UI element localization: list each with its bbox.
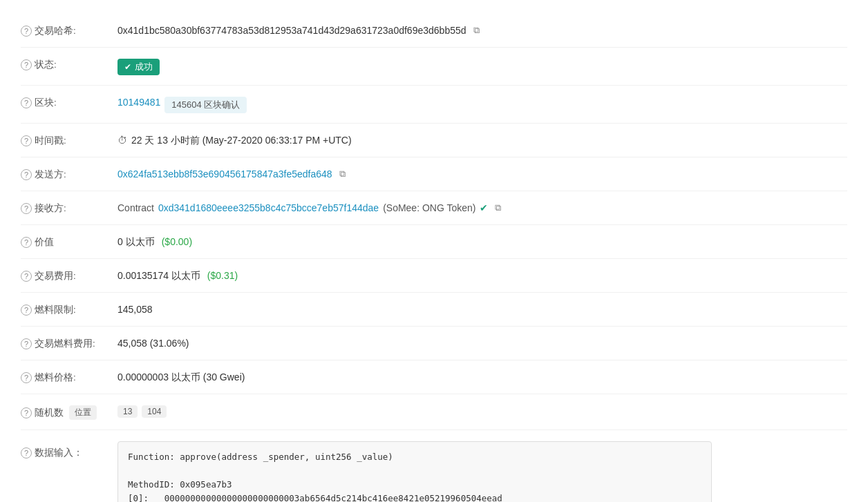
tx-fee-usd: ($0.31)	[207, 270, 238, 281]
gas-limit-help-icon[interactable]: ?	[21, 305, 32, 316]
tx-fee-help-icon[interactable]: ?	[21, 271, 32, 282]
from-value-col: 0x624fa513ebb8f53e690456175847a3fe5edfa6…	[117, 167, 847, 180]
nonce-help-icon[interactable]: ?	[21, 407, 32, 418]
value-amount: 0 以太币	[117, 236, 155, 249]
tx-hash-copy-icon[interactable]: ⧉	[473, 25, 480, 36]
tx-hash-label: ? 交易哈希:	[21, 23, 117, 37]
to-help-icon[interactable]: ?	[21, 203, 32, 214]
gas-price-help-icon[interactable]: ?	[21, 372, 32, 383]
data-input-box: Function: approve(address _spender, uint…	[117, 441, 712, 502]
value-value-col: 0 以太币 ($0.00)	[117, 235, 847, 249]
tx-fee-label: ? 交易费用:	[21, 269, 117, 282]
nonce-value-col: 13 104	[117, 404, 847, 418]
timestamp-label: ? 时间戳:	[21, 133, 117, 147]
status-badge: 成功	[117, 59, 160, 75]
block-row: ? 区块: 10149481 145604 区块确认	[21, 86, 847, 124]
page-container: ? 交易哈希: 0x41d1bc580a30bf63774783a53d8129…	[0, 0, 868, 502]
status-row: ? 状态: 成功	[21, 48, 847, 86]
nonce-position-value: 104	[142, 405, 167, 418]
gas-price-value-col: 0.00000003 以太币 (30 Gwei)	[117, 370, 847, 384]
nonce-position-tag: 位置	[69, 405, 97, 420]
gas-used-row: ? 交易燃料费用: 45,058 (31.06%)	[21, 327, 847, 360]
timestamp-row: ? 时间戳: ⏱ 22 天 13 小时前 (May-27-2020 06:33:…	[21, 124, 847, 157]
value-row: ? 价值 0 以太币 ($0.00)	[21, 225, 847, 259]
to-contract-address-link[interactable]: 0xd341d1680eeee3255b8c4c75bcce7eb57f144d…	[158, 202, 379, 213]
input-data-row: ? 数据输入： Function: approve(address _spend…	[21, 430, 847, 502]
from-label: ? 发送方:	[21, 167, 117, 181]
gas-used-label: ? 交易燃料费用:	[21, 336, 117, 350]
to-prefix: Contract	[117, 202, 154, 213]
tx-hash-value-col: 0x41d1bc580a30bf63774783a53d812953a741d4…	[117, 23, 847, 36]
from-address-link[interactable]: 0x624fa513ebb8f53e690456175847a3fe5edfa6…	[117, 168, 332, 180]
block-number-link[interactable]: 10149481	[117, 97, 160, 108]
block-confirmations: 145604 区块确认	[164, 97, 247, 113]
value-usd: ($0.00)	[162, 236, 192, 247]
status-value-col: 成功	[117, 57, 847, 75]
gas-limit-value-col: 145,058	[117, 302, 847, 315]
timestamp-help-icon[interactable]: ?	[21, 135, 32, 146]
block-value-col: 10149481 145604 区块确认	[117, 95, 847, 113]
tx-hash-help-icon[interactable]: ?	[21, 26, 32, 37]
gas-price-label: ? 燃料价格:	[21, 370, 117, 384]
tx-hash-value: 0x41d1bc580a30bf63774783a53d812953a741d4…	[117, 25, 466, 36]
input-data-help-icon[interactable]: ?	[21, 447, 32, 458]
gas-limit-label: ? 燃料限制:	[21, 302, 117, 316]
to-contract-name: (SoMee: ONG Token)	[383, 202, 475, 213]
input-data-label: ? 数据输入：	[21, 440, 117, 459]
method-id-line: MethodID: 0x095ea7b3	[128, 478, 701, 492]
nonce-row: ? 随机数 位置 13 104	[21, 394, 847, 430]
value-help-icon[interactable]: ?	[21, 237, 32, 248]
status-label: ? 状态:	[21, 57, 117, 71]
gas-used-value: 45,058 (31.06%)	[117, 338, 189, 349]
verified-icon: ✔	[480, 202, 488, 213]
nonce-label: ? 随机数 位置	[21, 404, 117, 420]
timestamp-value-col: ⏱ 22 天 13 小时前 (May-27-2020 06:33:17 PM +…	[117, 133, 847, 147]
from-row: ? 发送方: 0x624fa513ebb8f53e690456175847a3f…	[21, 157, 847, 191]
to-copy-icon[interactable]: ⧉	[495, 202, 501, 213]
from-help-icon[interactable]: ?	[21, 169, 32, 180]
gas-limit-row: ? 燃料限制: 145,058	[21, 293, 847, 327]
gas-limit-value: 145,058	[117, 304, 153, 315]
function-sig-line: Function: approve(address _spender, uint…	[128, 450, 701, 464]
data-line-0: [0]: 00000000000000000000000003ab6564d5c…	[128, 492, 701, 502]
tx-fee-amount: 0.00135174 以太币	[117, 270, 200, 282]
block-label: ? 区块:	[21, 95, 117, 109]
tx-fee-value-col: 0.00135174 以太币 ($0.31)	[117, 269, 847, 282]
blank-line	[128, 464, 701, 478]
to-label: ? 接收方:	[21, 201, 117, 215]
tx-fee-row: ? 交易费用: 0.00135174 以太币 ($0.31)	[21, 259, 847, 293]
to-row: ? 接收方: Contract 0xd341d1680eeee3255b8c4c…	[21, 191, 847, 225]
from-copy-icon[interactable]: ⧉	[339, 168, 346, 180]
tx-hash-row: ? 交易哈希: 0x41d1bc580a30bf63774783a53d8129…	[21, 14, 847, 48]
gas-price-row: ? 燃料价格: 0.00000003 以太币 (30 Gwei)	[21, 360, 847, 394]
timestamp-value: 22 天 13 小时前 (May-27-2020 06:33:17 PM +UT…	[131, 135, 352, 147]
clock-icon: ⏱	[117, 135, 127, 146]
nonce-value: 13	[117, 405, 138, 418]
to-value-col: Contract 0xd341d1680eeee3255b8c4c75bcce7…	[117, 201, 847, 213]
input-data-value-col: Function: approve(address _spender, uint…	[117, 440, 847, 502]
status-help-icon[interactable]: ?	[21, 59, 32, 70]
value-label: ? 价值	[21, 235, 117, 249]
gas-used-value-col: 45,058 (31.06%)	[117, 336, 847, 349]
gas-price-value: 0.00000003 以太币 (30 Gwei)	[117, 371, 245, 384]
gas-used-help-icon[interactable]: ?	[21, 338, 32, 349]
block-help-icon[interactable]: ?	[21, 97, 32, 108]
